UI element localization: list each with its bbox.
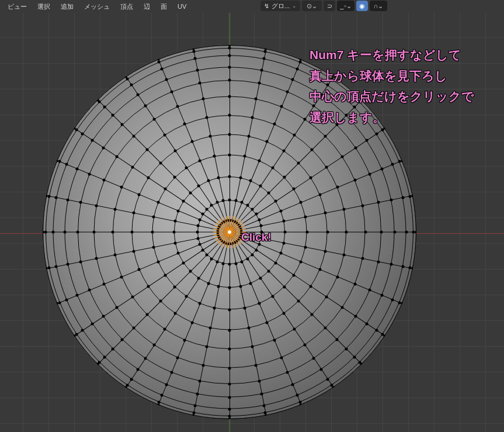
mesh-vertex[interactable] xyxy=(173,241,176,244)
mesh-vertex[interactable] xyxy=(96,98,99,101)
mesh-vertex[interactable] xyxy=(124,386,127,389)
mesh-vertex[interactable] xyxy=(131,165,134,168)
mesh-vertex[interactable] xyxy=(217,176,220,179)
mesh-vertex[interactable] xyxy=(126,78,128,81)
mesh-vertex[interactable] xyxy=(112,231,114,234)
mesh-vertex[interactable] xyxy=(63,231,66,234)
mesh-vertex[interactable] xyxy=(381,128,384,131)
mesh-vertex[interactable] xyxy=(173,312,176,315)
mesh-vertex[interactable] xyxy=(201,213,204,216)
mesh-vertex[interactable] xyxy=(335,123,338,126)
mesh-vertex[interactable] xyxy=(96,363,99,366)
mesh-vertex[interactable] xyxy=(255,248,258,251)
mesh-vertex[interactable] xyxy=(364,231,367,234)
mesh-vertex[interactable] xyxy=(228,54,231,57)
mesh-vertex[interactable] xyxy=(398,301,401,304)
mesh-vertex[interactable] xyxy=(215,260,218,263)
mesh-vertex[interactable] xyxy=(273,123,276,126)
mesh-vertex[interactable] xyxy=(132,250,135,253)
mesh-vertex[interactable] xyxy=(380,294,383,297)
mesh-vertex[interactable] xyxy=(192,50,195,53)
mesh-vertex[interactable] xyxy=(341,155,344,158)
mesh-vertex[interactable] xyxy=(259,224,262,227)
mesh-vertex[interactable] xyxy=(45,194,48,197)
uv-sphere-object[interactable] xyxy=(43,45,416,419)
mesh-vertex[interactable] xyxy=(300,201,303,204)
mesh-vertex[interactable] xyxy=(279,252,282,255)
mesh-vertex[interactable] xyxy=(228,175,231,178)
mesh-vertex[interactable] xyxy=(120,275,123,278)
mesh-vertex[interactable] xyxy=(324,134,327,137)
mesh-vertex[interactable] xyxy=(246,204,249,207)
mesh-vertex[interactable] xyxy=(206,208,208,211)
mesh-vertex[interactable] xyxy=(163,328,166,331)
mesh-vertex[interactable] xyxy=(210,257,213,260)
mesh-vertex[interactable] xyxy=(103,355,106,358)
mesh-vertex[interactable] xyxy=(311,313,314,316)
mesh-vertex[interactable] xyxy=(228,407,231,410)
mesh-vertex[interactable] xyxy=(258,159,260,162)
mesh-vertex[interactable] xyxy=(130,378,133,381)
mesh-vertex[interactable] xyxy=(305,231,308,234)
mesh-vertex[interactable] xyxy=(267,270,270,273)
mesh-vertex[interactable] xyxy=(137,368,140,371)
mesh-vertex[interactable] xyxy=(157,260,159,263)
mesh-vertex[interactable] xyxy=(324,212,327,215)
mesh-vertex[interactable] xyxy=(218,224,221,227)
mesh-vertex[interactable] xyxy=(345,347,347,350)
mesh-vertex[interactable] xyxy=(95,257,98,260)
mesh-vertex[interactable] xyxy=(158,60,161,63)
mesh-vertex[interactable] xyxy=(228,65,231,68)
mesh-vertex[interactable] xyxy=(113,208,116,210)
mesh-vertex[interactable] xyxy=(238,224,241,227)
mesh-vertex[interactable] xyxy=(271,166,274,169)
mesh-vertex[interactable] xyxy=(213,155,216,158)
mesh-vertex[interactable] xyxy=(312,104,315,107)
mesh-vertex[interactable] xyxy=(75,333,78,336)
mesh-vertex[interactable] xyxy=(271,295,274,298)
mesh-vertex[interactable] xyxy=(173,220,176,223)
mesh-vertex[interactable] xyxy=(381,333,384,336)
mesh-vertex[interactable] xyxy=(280,356,283,359)
mesh-vertex[interactable] xyxy=(130,231,133,234)
mesh-vertex[interactable] xyxy=(173,176,176,179)
mesh-vertex[interactable] xyxy=(147,176,150,179)
mesh-vertex[interactable] xyxy=(412,231,415,234)
mesh-vertex[interactable] xyxy=(44,231,47,234)
mesh-vertex[interactable] xyxy=(239,176,242,179)
mesh-vertex[interactable] xyxy=(310,176,312,179)
mesh-vertex[interactable] xyxy=(360,98,363,101)
mesh-vertex[interactable] xyxy=(390,198,393,201)
mesh-vertex[interactable] xyxy=(221,221,224,224)
mesh-vertex[interactable] xyxy=(324,250,327,253)
mesh-vertex[interactable] xyxy=(251,253,253,256)
mesh-vertex[interactable] xyxy=(298,401,301,404)
mesh-vertex[interactable] xyxy=(230,242,233,245)
mesh-vertex[interactable] xyxy=(241,201,244,204)
mesh-vertex[interactable] xyxy=(411,267,414,270)
mesh-vertex[interactable] xyxy=(199,218,201,221)
mesh-vertex[interactable] xyxy=(65,298,68,301)
mesh-vertex[interactable] xyxy=(369,172,371,175)
mesh-vertex[interactable] xyxy=(375,132,378,135)
mesh-vertex[interactable] xyxy=(199,302,201,305)
mesh-vertex[interactable] xyxy=(144,357,147,360)
mesh-vertex[interactable] xyxy=(228,219,231,222)
mesh-vertex[interactable] xyxy=(76,167,79,170)
menu-select[interactable]: 選択 xyxy=(32,1,55,13)
mesh-vertex[interactable] xyxy=(235,240,238,243)
mesh-vertex[interactable] xyxy=(65,163,68,166)
mesh-vertex[interactable] xyxy=(241,260,244,263)
mesh-vertex[interactable] xyxy=(239,226,242,229)
mesh-vertex[interactable] xyxy=(220,222,223,225)
mesh-vertex[interactable] xyxy=(293,328,296,331)
mesh-vertex[interactable] xyxy=(132,212,135,215)
mesh-vertex[interactable] xyxy=(325,165,328,168)
mesh-vertex[interactable] xyxy=(234,262,237,265)
mesh-vertex[interactable] xyxy=(228,79,231,82)
mesh-vertex[interactable] xyxy=(266,321,269,324)
mesh-vertex[interactable] xyxy=(377,260,380,263)
mesh-vertex[interactable] xyxy=(48,195,51,198)
mesh-vertex[interactable] xyxy=(258,380,260,383)
viewport-3d[interactable]: Num7 キーを押すなどして 真上から球体を見下ろし 中心の頂点だけをクリックで… xyxy=(0,13,504,432)
